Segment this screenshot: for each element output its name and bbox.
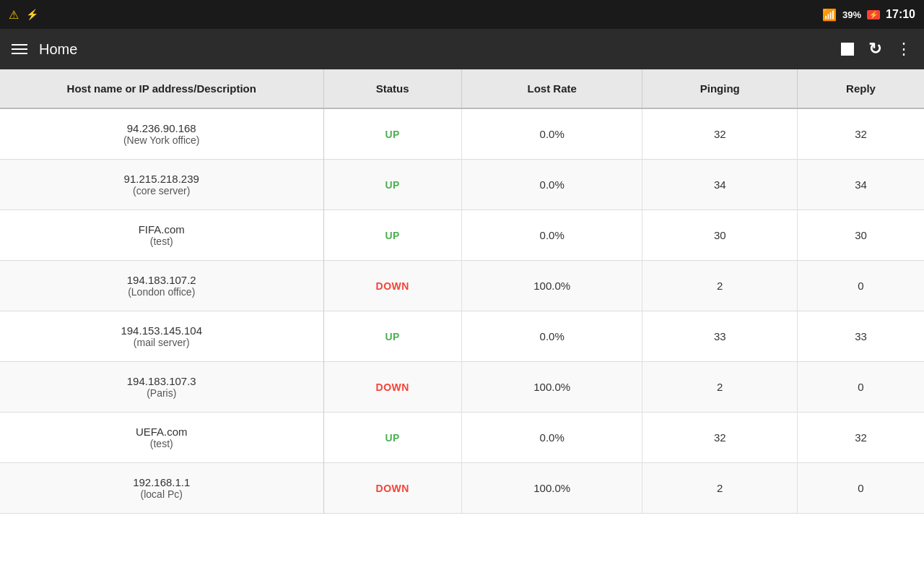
status-badge: UP — [385, 432, 399, 444]
cell-pinging: 33 — [642, 311, 798, 362]
table-row[interactable]: 91.215.218.239 (core server) UP 0.0% 34 … — [0, 160, 924, 210]
table-row[interactable]: 194.153.145.104 (mail server) UP 0.0% 33… — [0, 311, 924, 362]
col-reply: Reply — [798, 69, 924, 108]
host-description: (test) — [9, 236, 315, 247]
refresh-button[interactable]: ↻ — [868, 40, 881, 59]
more-options-button[interactable]: ⋮ — [896, 40, 912, 59]
cell-status: UP — [323, 413, 461, 463]
page-title: Home — [39, 41, 829, 58]
cell-host: FIFA.com (test) — [0, 210, 323, 261]
col-pinging: Pinging — [642, 69, 798, 108]
cell-reply: 0 — [798, 463, 924, 514]
cell-host: 194.183.107.2 (London office) — [0, 261, 323, 311]
cell-lost-rate: 0.0% — [461, 311, 642, 362]
battery-icon: ⚡ — [867, 10, 880, 20]
host-ip: FIFA.com — [9, 223, 315, 236]
cell-host: 192.168.1.1 (local Pc) — [0, 463, 323, 514]
alert-icon: ⚠ — [9, 8, 19, 22]
cell-status: UP — [323, 311, 461, 362]
host-description: (London office) — [9, 286, 315, 298]
cell-reply: 0 — [798, 261, 924, 311]
cell-reply: 33 — [798, 311, 924, 362]
host-ip: 194.153.145.104 — [9, 324, 315, 337]
host-description: (New York office) — [9, 134, 315, 146]
cell-status: UP — [323, 210, 461, 261]
status-bar-right: 📶 39% ⚡ 17:10 — [822, 8, 915, 22]
top-bar: Home ↻ ⋮ — [0, 29, 924, 69]
wifi-icon: 📶 — [822, 8, 837, 22]
host-ip: 194.183.107.3 — [9, 375, 315, 387]
cell-lost-rate: 100.0% — [461, 362, 642, 413]
col-status: Status — [323, 69, 461, 108]
cell-status: DOWN — [323, 261, 461, 311]
cell-host: UEFA.com (test) — [0, 413, 323, 463]
table-header-row: Host name or IP address/Description Stat… — [0, 69, 924, 108]
host-description: (Paris) — [9, 387, 315, 399]
cell-host: 91.215.218.239 (core server) — [0, 160, 323, 210]
host-ip: 192.168.1.1 — [9, 476, 315, 488]
table-container: Host name or IP address/Description Stat… — [0, 69, 924, 578]
cell-pinging: 2 — [642, 463, 798, 514]
usb-icon: ⚡ — [26, 9, 38, 20]
host-description: (local Pc) — [9, 488, 315, 500]
cell-reply: 34 — [798, 160, 924, 210]
cell-reply: 30 — [798, 210, 924, 261]
host-ip: UEFA.com — [9, 426, 315, 438]
cell-lost-rate: 0.0% — [461, 160, 642, 210]
cell-lost-rate: 100.0% — [461, 463, 642, 514]
cell-pinging: 32 — [642, 108, 798, 160]
cell-status: UP — [323, 160, 461, 210]
host-ip: 94.236.90.168 — [9, 122, 315, 134]
ping-table: Host name or IP address/Description Stat… — [0, 69, 924, 514]
cell-lost-rate: 100.0% — [461, 261, 642, 311]
table-row[interactable]: 94.236.90.168 (New York office) UP 0.0% … — [0, 108, 924, 160]
cell-status: DOWN — [323, 463, 461, 514]
cell-host: 194.153.145.104 (mail server) — [0, 311, 323, 362]
cell-reply: 32 — [798, 413, 924, 463]
host-description: (mail server) — [9, 337, 315, 348]
cell-host: 194.183.107.3 (Paris) — [0, 362, 323, 413]
cell-pinging: 2 — [642, 362, 798, 413]
cell-reply: 32 — [798, 108, 924, 160]
host-description: (core server) — [9, 185, 315, 197]
status-bar: ⚠ ⚡ 📶 39% ⚡ 17:10 — [0, 0, 924, 29]
host-description: (test) — [9, 438, 315, 449]
menu-icon[interactable] — [12, 44, 27, 54]
status-badge: UP — [385, 129, 399, 140]
top-bar-actions: ↻ ⋮ — [841, 40, 912, 59]
stop-button[interactable] — [841, 43, 854, 56]
battery-percent: 39% — [842, 9, 861, 20]
status-badge: DOWN — [376, 483, 409, 494]
host-ip: 194.183.107.2 — [9, 274, 315, 286]
status-badge: UP — [385, 179, 399, 191]
cell-pinging: 32 — [642, 413, 798, 463]
cell-lost-rate: 0.0% — [461, 210, 642, 261]
table-row[interactable]: 194.183.107.2 (London office) DOWN 100.0… — [0, 261, 924, 311]
cell-status: DOWN — [323, 362, 461, 413]
table-row[interactable]: FIFA.com (test) UP 0.0% 30 30 — [0, 210, 924, 261]
status-bar-left: ⚠ ⚡ — [9, 8, 38, 22]
col-lost-rate: Lost Rate — [461, 69, 642, 108]
table-row[interactable]: UEFA.com (test) UP 0.0% 32 32 — [0, 413, 924, 463]
table-row[interactable]: 194.183.107.3 (Paris) DOWN 100.0% 2 0 — [0, 362, 924, 413]
time-display: 17:10 — [886, 8, 915, 21]
cell-lost-rate: 0.0% — [461, 108, 642, 160]
cell-status: UP — [323, 108, 461, 160]
status-badge: UP — [385, 331, 399, 342]
cell-pinging: 30 — [642, 210, 798, 261]
cell-host: 94.236.90.168 (New York office) — [0, 108, 323, 160]
cell-pinging: 34 — [642, 160, 798, 210]
status-badge: DOWN — [376, 381, 409, 393]
status-badge: UP — [385, 230, 399, 241]
col-host: Host name or IP address/Description — [0, 69, 323, 108]
cell-reply: 0 — [798, 362, 924, 413]
cell-pinging: 2 — [642, 261, 798, 311]
host-ip: 91.215.218.239 — [9, 173, 315, 185]
status-badge: DOWN — [376, 280, 409, 292]
table-row[interactable]: 192.168.1.1 (local Pc) DOWN 100.0% 2 0 — [0, 463, 924, 514]
cell-lost-rate: 0.0% — [461, 413, 642, 463]
